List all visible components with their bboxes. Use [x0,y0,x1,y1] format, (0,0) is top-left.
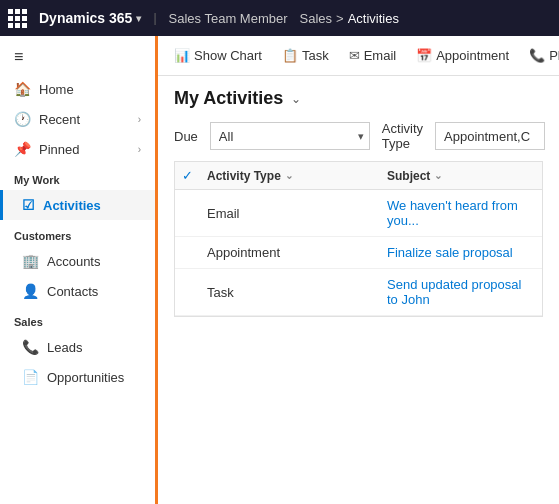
role-label: Sales Team Member [169,11,288,26]
sidebar-item-activities[interactable]: ☑ Activities [0,190,155,220]
appointment-button[interactable]: 📅 Appointment [408,44,517,67]
activity-type-cell: Task [199,277,379,308]
sort-icon-activity-type: ⌄ [285,170,293,181]
sidebar-accounts-label: Accounts [47,254,100,269]
app-chevron-icon: ▾ [136,13,141,24]
nav-divider: | [153,11,156,25]
due-label: Due [174,129,198,144]
page-title: My Activities [174,88,283,109]
breadcrumb-parent[interactable]: Sales [300,11,333,26]
breadcrumb: Sales > Activities [300,11,399,26]
subject-cell[interactable]: Send updated proposal to John [379,269,542,315]
email-button[interactable]: ✉ Email [341,44,405,67]
sidebar: ≡ 🏠 Home 🕐 Recent › 📌 Pinned › My Work ☑… [0,36,158,504]
activity-type-filter[interactable] [435,122,545,150]
activity-type-label: Activity Type [382,121,423,151]
task-button[interactable]: 📋 Task [274,44,337,67]
sidebar-item-contacts[interactable]: 👤 Contacts [0,276,155,306]
sidebar-hamburger-button[interactable]: ≡ [0,40,155,74]
show-chart-label: Show Chart [194,48,262,63]
sidebar-pinned-label: Pinned [39,142,79,157]
table-row[interactable]: Appointment Finalize sale proposal [175,237,542,269]
waffle-icon[interactable] [8,9,27,28]
page-content: My Activities ⌄ Due All Activity Type ✓ [158,76,559,504]
activity-type-cell: Email [199,198,379,229]
pinned-chevron-icon: › [138,144,141,155]
col-header-activity-type[interactable]: Activity Type ⌄ [199,163,379,189]
sidebar-contacts-label: Contacts [47,284,98,299]
sort-icon-subject: ⌄ [434,170,442,181]
table-row[interactable]: Email We haven't heard from you... [175,190,542,237]
accounts-icon: 🏢 [22,253,39,269]
activity-type-col-label: Activity Type [207,169,281,183]
sidebar-item-home[interactable]: 🏠 Home [0,74,155,104]
recent-icon: 🕐 [14,111,31,127]
sidebar-item-recent[interactable]: 🕐 Recent › [0,104,155,134]
sidebar-opportunities-label: Opportunities [47,370,124,385]
subject-cell[interactable]: We haven't heard from you... [379,190,542,236]
activities-icon: ☑ [22,197,35,213]
row-checkbox-col [175,284,199,300]
col-header-subject[interactable]: Subject ⌄ [379,163,542,189]
due-select-wrapper: All [210,122,370,150]
breadcrumb-separator: > [336,11,344,26]
task-label: Task [302,48,329,63]
sidebar-item-pinned[interactable]: 📌 Pinned › [0,134,155,164]
row-checkbox-col [175,245,199,261]
phone-call-label: Phone Call [549,48,559,63]
checkmark-col: ✓ [175,162,199,189]
appointment-icon: 📅 [416,48,432,63]
topbar: Dynamics 365 ▾ | Sales Team Member Sales… [0,0,559,36]
sidebar-item-accounts[interactable]: 🏢 Accounts [0,246,155,276]
sidebar-item-leads[interactable]: 📞 Leads [0,332,155,362]
table-header-row: ✓ Activity Type ⌄ Subject ⌄ [175,162,542,190]
title-chevron-icon[interactable]: ⌄ [291,92,301,106]
row-checkbox-col [175,205,199,221]
sidebar-recent-label: Recent [39,112,80,127]
home-icon: 🏠 [14,81,31,97]
subject-col-label: Subject [387,169,430,183]
subject-cell[interactable]: Finalize sale proposal [379,237,542,268]
leads-icon: 📞 [22,339,39,355]
app-name[interactable]: Dynamics 365 ▾ [39,10,141,26]
task-icon: 📋 [282,48,298,63]
due-select[interactable]: All [210,122,370,150]
sidebar-home-label: Home [39,82,74,97]
section-mywork: My Work [0,164,155,190]
appointment-label: Appointment [436,48,509,63]
main-content: 📊 Show Chart 📋 Task ✉ Email 📅 Appointmen… [158,36,559,504]
contacts-icon: 👤 [22,283,39,299]
pinned-icon: 📌 [14,141,31,157]
opportunities-icon: 📄 [22,369,39,385]
section-sales: Sales [0,306,155,332]
sidebar-leads-label: Leads [47,340,82,355]
chart-icon: 📊 [174,48,190,63]
recent-chevron-icon: › [138,114,141,125]
sidebar-activities-label: Activities [43,198,101,213]
sidebar-item-opportunities[interactable]: 📄 Opportunities [0,362,155,392]
activities-table: ✓ Activity Type ⌄ Subject ⌄ Email We hav… [174,161,543,317]
filter-bar: Due All Activity Type [174,121,543,151]
show-chart-button[interactable]: 📊 Show Chart [166,44,270,67]
table-row[interactable]: Task Send updated proposal to John [175,269,542,316]
phone-icon: 📞 [529,48,545,63]
content-header: My Activities ⌄ [174,88,543,109]
email-label: Email [364,48,397,63]
email-icon: ✉ [349,48,360,63]
activity-type-cell: Appointment [199,237,379,268]
phone-call-button[interactable]: 📞 Phone Call [521,44,559,67]
section-customers: Customers [0,220,155,246]
breadcrumb-current: Activities [348,11,399,26]
command-bar: 📊 Show Chart 📋 Task ✉ Email 📅 Appointmen… [158,36,559,76]
